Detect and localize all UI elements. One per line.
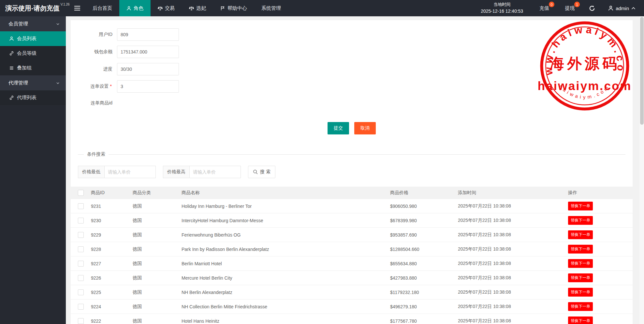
price-min-group: 价格最低	[78, 166, 156, 178]
withdraw-button[interactable]: 提现 1	[557, 0, 582, 16]
replace-next-order-button[interactable]: 替换下一单	[568, 302, 593, 311]
user-icon	[608, 6, 613, 11]
admin-menu[interactable]: admin	[602, 0, 644, 16]
withdraw-label: 提现	[565, 5, 575, 11]
row-checkbox[interactable]	[78, 232, 84, 238]
nav-tab-label: 选妃	[196, 5, 206, 11]
price-min-label: 价格最低	[78, 166, 104, 178]
cell-id: 9222	[91, 318, 133, 324]
form-label: 连单设置*	[71, 84, 114, 89]
table-row: 9230德国IntercityHotel Hamburg Dammtor-Mes…	[71, 213, 633, 228]
replace-next-order-button[interactable]: 替换下一单	[568, 230, 593, 239]
row-checkbox[interactable]	[78, 275, 84, 281]
sidebar-group-1[interactable]: 代理管理	[0, 75, 66, 90]
scrollbar-thumb[interactable]	[640, 17, 644, 125]
column-header: 商品价格	[390, 190, 458, 196]
cancel-button[interactable]: 取消	[354, 122, 376, 134]
list-icon	[9, 66, 14, 70]
menu-toggle-icon[interactable]	[69, 0, 85, 16]
replace-next-order-button[interactable]: 替换下一单	[568, 273, 593, 282]
replace-next-order-button[interactable]: 替换下一单	[568, 259, 593, 268]
sidebar-item-0-1[interactable]: 会员等级	[0, 46, 66, 61]
submit-button[interactable]: 提交	[328, 122, 349, 134]
nav-tab-label: 后台首页	[93, 5, 112, 11]
table-row: 9228德国Park Inn by Radisson Berlin Alexan…	[71, 242, 633, 256]
nav-tab-4[interactable]: 帮助中心	[213, 0, 254, 16]
column-header: 商品名称	[182, 190, 390, 196]
form-row-0: 用户ID	[71, 28, 633, 41]
nav-tab-1[interactable]: 角色	[119, 0, 151, 16]
user-icon	[9, 36, 14, 41]
replace-next-order-button[interactable]: 替换下一单	[568, 288, 593, 297]
cell-id: 9231	[91, 204, 133, 209]
nav-tab-3[interactable]: 选妃	[182, 0, 213, 16]
cell-id: 9224	[91, 304, 133, 309]
user-icon	[126, 6, 131, 11]
table-row: 9225德国NH Berlin Alexanderplatz$1179232.1…	[71, 285, 633, 300]
cell-name: Holiday Inn Hamburg - Berliner Tor	[182, 204, 390, 209]
sidebar: 会员管理会员列表会员等级叠加组代理管理代理列表	[0, 16, 66, 324]
row-checkbox[interactable]	[78, 318, 84, 324]
cell-name: Mercure Hotel Berlin City	[182, 275, 390, 281]
table-row: 9229德国Ferienwohnung Biberhüs OG$953857.6…	[71, 228, 633, 242]
form-label: 进度	[71, 66, 114, 72]
cell-price: $177567.780	[390, 318, 458, 324]
link-icon	[9, 95, 14, 100]
row-checkbox[interactable]	[78, 261, 84, 267]
nav-tab-2[interactable]: 交易	[151, 0, 182, 16]
price-max-input[interactable]	[189, 166, 241, 178]
price-min-input[interactable]	[104, 166, 156, 178]
app-title: 演示使用-请勿充值	[5, 4, 60, 13]
replace-next-order-button[interactable]: 替换下一单	[568, 245, 593, 254]
form-row-2: 进度	[71, 63, 633, 75]
row-checkbox[interactable]	[78, 218, 84, 224]
cell-price: $1288504.660	[390, 247, 458, 252]
replace-next-order-button[interactable]: 替换下一单	[568, 202, 593, 210]
search-button[interactable]: 搜 索	[248, 166, 275, 178]
replace-next-order-button[interactable]: 替换下一单	[568, 216, 593, 225]
table-row: 9224德国NH Collection Berlin Mitte Friedri…	[71, 300, 633, 314]
form-label: 钱包余额	[71, 49, 114, 55]
form-row-4: 连单商品id	[71, 100, 633, 106]
top-header: 演示使用-请勿充值 V.1.26 后台首页角色交易选妃帮助中心系统管理 当地时间…	[0, 0, 644, 16]
row-checkbox[interactable]	[78, 304, 84, 310]
nav-tab-0[interactable]: 后台首页	[85, 0, 119, 16]
select-all-checkbox[interactable]	[78, 190, 84, 196]
cell-price: $496279.180	[390, 304, 458, 309]
local-time: 当地时间 2025-12-16 12:40:53	[472, 0, 532, 16]
sidebar-item-label: 会员等级	[17, 50, 37, 56]
form-input-1[interactable]	[117, 46, 179, 58]
nav-tab-label: 角色	[134, 5, 143, 11]
cell-id: 9226	[91, 275, 133, 281]
sidebar-item-0-0[interactable]: 会员列表	[0, 31, 66, 46]
nav-tab-label: 帮助中心	[227, 5, 247, 11]
cell-cat: 德国	[133, 289, 182, 295]
cell-price: $906050.980	[390, 204, 458, 209]
cell-price: $427983.880	[390, 275, 458, 281]
form-input-3[interactable]	[117, 80, 179, 93]
cell-id: 9230	[91, 218, 133, 223]
form-input-0[interactable]	[117, 28, 179, 41]
cell-time: 2025年07月22日 10:38:08	[458, 275, 568, 281]
nav-tab-5[interactable]: 系统管理	[254, 0, 288, 16]
cell-price: $1179232.180	[390, 290, 458, 295]
sidebar-item-1-0[interactable]: 代理列表	[0, 90, 66, 105]
row-checkbox[interactable]	[78, 246, 84, 252]
replace-next-order-button[interactable]: 替换下一单	[568, 316, 593, 324]
cell-cat: 德国	[133, 232, 182, 238]
cell-cat: 德国	[133, 304, 182, 310]
recharge-button[interactable]: 充值 0	[532, 0, 557, 16]
recharge-label: 充值	[539, 5, 549, 11]
refresh-icon[interactable]	[582, 0, 602, 16]
withdraw-badge: 1	[574, 2, 580, 7]
vertical-scrollbar[interactable]	[639, 16, 644, 324]
flag-icon	[220, 6, 225, 11]
sidebar-item-0-2[interactable]: 叠加组	[0, 61, 66, 75]
chevron-down-icon	[56, 22, 60, 26]
form-input-2[interactable]	[117, 63, 179, 75]
row-checkbox[interactable]	[78, 289, 84, 295]
local-time-value: 2025-12-16 12:40:53	[481, 8, 523, 15]
cell-time: 2025年07月22日 10:38:08	[458, 261, 568, 267]
sidebar-group-0[interactable]: 会员管理	[0, 16, 66, 31]
row-checkbox[interactable]	[78, 203, 84, 209]
